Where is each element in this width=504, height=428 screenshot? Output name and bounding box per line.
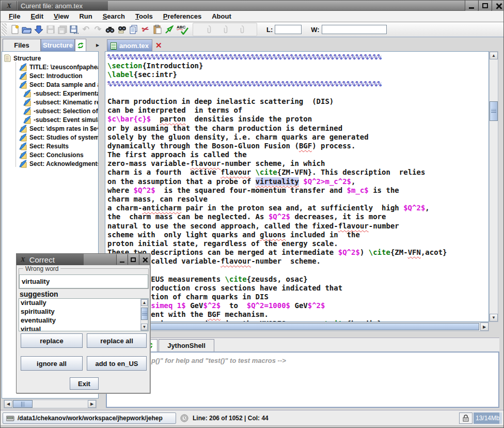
close-button[interactable]	[492, 1, 504, 11]
splitter-collapse-icon[interactable]: ▶	[96, 43, 99, 48]
tree-item[interactable]: Sect: Conclusions	[4, 150, 98, 159]
maximize-button[interactable]	[478, 1, 491, 11]
titlebar[interactable]: X Curent file: anom.tex	[1, 1, 504, 11]
editor-area[interactable]: %%%%%%%%%%%%%%%%%%%%%%%%%%%%%%%%%%%%%%%%…	[105, 51, 489, 322]
open-folder-icon[interactable]	[21, 24, 32, 35]
save-as-icon[interactable]	[69, 24, 80, 35]
editor-hscroll-thumb[interactable]	[106, 323, 479, 330]
minimize-button[interactable]	[465, 1, 478, 11]
editor-line: %%%%%%%%%%%%%%%%%%%%%%%%%%%%%%%%%%%%%%%%…	[107, 80, 489, 88]
scroll-down-icon[interactable]: ▼	[490, 314, 498, 322]
maximize-icon	[482, 3, 488, 8]
tree-item[interactable]: TITLE: \zeusconfpaphead	[4, 63, 98, 71]
tree-item[interactable]: Sect: Results	[4, 142, 98, 150]
tree-item[interactable]: Sect: \dspm rates in $e^	[4, 124, 98, 133]
console-splitter[interactable]	[105, 331, 499, 338]
menu-edit[interactable]: Edit	[25, 11, 49, 21]
wrong-word-field[interactable]: virtuality	[19, 274, 148, 288]
suggestion-list[interactable]: virtuallyspiritualityeventualityvirtual …	[19, 298, 149, 331]
menu-tools[interactable]: Tools	[130, 11, 158, 21]
suggestion-scrollbar[interactable]: ▲ ▼	[140, 299, 148, 331]
tab-jythonshell[interactable]: JythonShell	[159, 339, 214, 351]
editor-vscroll-thumb[interactable]	[490, 101, 498, 121]
scroll-right-icon[interactable]: ▶	[88, 400, 96, 408]
run-icon[interactable]	[164, 24, 175, 35]
scroll-right-icon[interactable]: ▶	[480, 323, 489, 331]
tree-item-label: Sect: Acknowledgments	[29, 160, 98, 167]
scroll-up-icon[interactable]: ▲	[490, 52, 498, 59]
console-tabstrip: JythonShell	[105, 338, 499, 351]
tab-files[interactable]: Files	[3, 39, 41, 51]
tree-item[interactable]: -subsect: Experimental	[4, 89, 98, 98]
ignore-all-button[interactable]: ignore all	[21, 356, 83, 371]
suggestion-item[interactable]: spirituality	[19, 308, 148, 316]
scroll-up-icon[interactable]: ▲	[141, 299, 148, 306]
dialog-titlebar[interactable]: X Correct	[17, 254, 150, 265]
workspace-path-button[interactable]: /data1/chekanov/work/workspace/jhepwork/…	[3, 412, 176, 424]
structure-refresh-button[interactable]	[75, 39, 86, 51]
copy-icon[interactable]	[128, 24, 139, 35]
x11-logo-icon: X	[21, 255, 25, 264]
tree-item[interactable]: Sect: Acknowledgments	[4, 159, 98, 168]
tab-structure[interactable]: Structure	[41, 39, 75, 51]
find-icon[interactable]	[104, 24, 115, 35]
tree-root[interactable]: Structure	[4, 54, 98, 63]
tree-item[interactable]: -subsect: Kinematic reco	[4, 98, 98, 106]
cut-icon[interactable]: ✂	[140, 24, 151, 35]
tree-item[interactable]: -subsect: Selection of th	[4, 106, 98, 115]
spellcheck-icon[interactable]: ABC	[176, 24, 189, 35]
exit-button[interactable]: Exit	[70, 377, 99, 390]
disk-icon	[6, 415, 14, 421]
menu-run[interactable]: Run	[74, 11, 97, 21]
suggestion-item[interactable]: eventuality	[19, 316, 148, 325]
redo-icon[interactable]: ↷	[92, 24, 103, 35]
menu-about[interactable]: About	[207, 11, 237, 21]
replace-button[interactable]: replace	[21, 333, 83, 348]
tree-item[interactable]: -subsect: Event simulati	[4, 115, 98, 124]
dialog-close-button[interactable]	[139, 254, 150, 265]
undo-icon[interactable]: ↶	[81, 24, 91, 35]
menu-search[interactable]: Search	[98, 11, 130, 21]
suggestion-item[interactable]: virtually	[19, 299, 148, 308]
new-file-icon[interactable]	[9, 24, 20, 35]
menu-file[interactable]: File	[4, 11, 25, 21]
tree-item[interactable]: Sect: Studies of systemat	[4, 133, 98, 142]
dialog-maximize-button[interactable]	[128, 254, 138, 265]
replace-all-button[interactable]: replace all	[87, 333, 147, 348]
find-replace-icon[interactable]	[116, 24, 127, 35]
scroll-left-icon[interactable]: ◀	[4, 400, 12, 408]
tree-item[interactable]: Sect: Data sample and an	[4, 80, 98, 89]
editor-line: zero-mass variable-flavour-number scheme…	[107, 159, 489, 168]
save-all-icon[interactable]	[57, 24, 68, 35]
tree-item-label: Sect: Conclusions	[29, 151, 84, 159]
toolbar-grip[interactable]	[2, 23, 7, 36]
sidebar-hscrollbar[interactable]: ◀ ▶	[4, 400, 97, 408]
download-arrow-icon[interactable]	[33, 24, 44, 35]
console-output[interactable]: p()" for help and "test()" to test macro…	[106, 351, 499, 408]
editor-hscrollbar[interactable]: ▶	[105, 322, 489, 331]
menu-preferences[interactable]: Preferences	[158, 11, 207, 21]
line-goto-input[interactable]	[275, 25, 302, 34]
editor-line: where $Q^2$ is the squared four-momentum…	[107, 186, 489, 195]
tab-anom-tex[interactable]: anom.tex	[107, 39, 152, 52]
editor-vscrollbar[interactable]: ▲ ▼	[489, 51, 498, 322]
paperclip-icon[interactable]	[219, 24, 230, 35]
save-icon[interactable]	[45, 24, 56, 35]
paperclip-icon[interactable]	[236, 24, 247, 35]
application-window: X Curent file: anom.tex FileEditViewRunS…	[0, 0, 504, 428]
paste-icon[interactable]	[152, 24, 163, 35]
lock-button[interactable]	[459, 412, 472, 424]
paperclip-icon[interactable]	[203, 24, 214, 35]
tree-item-label: Sect: Introduction	[29, 72, 83, 80]
tab-close-button[interactable]: ✕	[155, 41, 162, 50]
dialog-minimize-button[interactable]	[116, 254, 127, 265]
menu-view[interactable]: View	[49, 11, 74, 21]
word-search-input[interactable]	[322, 25, 387, 34]
scroll-down-icon[interactable]: ▼	[141, 324, 148, 330]
sidebar-hscroll-thumb[interactable]	[13, 400, 33, 408]
suggestion-item[interactable]: virtual	[19, 325, 148, 331]
editor-line: ent with the BGF mechanism.	[107, 310, 489, 319]
suggestion-scroll-thumb[interactable]	[141, 308, 148, 320]
add-to-dictionary-button[interactable]: add to en_US	[87, 356, 147, 371]
tree-item[interactable]: Sect: Introduction	[4, 71, 98, 80]
